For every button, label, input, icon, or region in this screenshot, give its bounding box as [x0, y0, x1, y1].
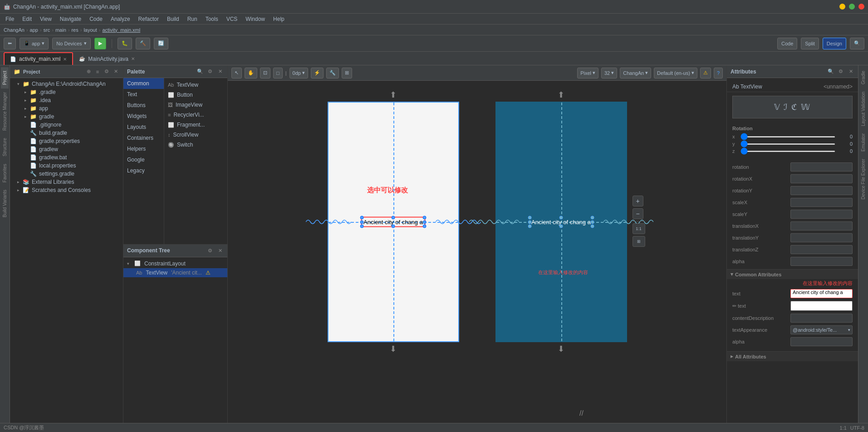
canvas-help-btn[interactable]: ?: [714, 68, 723, 79]
tree-item-gradle-props[interactable]: 📄 gradle.properties: [10, 137, 123, 145]
canvas-device-selector[interactable]: Pixel▾: [577, 68, 598, 79]
attr-value-scaleX[interactable]: [790, 198, 853, 207]
handle-br[interactable]: [423, 225, 427, 228]
palette-item-scrollview[interactable]: ↕ ScrollView: [164, 130, 227, 140]
breadcrumb-src[interactable]: src: [44, 27, 50, 33]
handle-bm[interactable]: [392, 225, 395, 228]
expand-icon[interactable]: ≡: [94, 68, 101, 75]
attr-value-rotationX[interactable]: [790, 174, 853, 183]
attr-search-icon[interactable]: 🔍: [827, 68, 834, 75]
vtab-structure[interactable]: Structure: [1, 134, 9, 160]
palette-cat-text[interactable]: Text: [123, 89, 164, 100]
palette-search-icon[interactable]: 🔍: [196, 68, 204, 75]
canvas-locale-selector[interactable]: Default (en-us)▾: [654, 68, 697, 79]
attr-value-alpha[interactable]: [790, 257, 853, 266]
view-mode-split[interactable]: Split: [801, 38, 819, 49]
vtab-emulator[interactable]: Emulator: [859, 130, 867, 155]
attr-value-translationZ[interactable]: [790, 245, 853, 254]
handle-tl[interactable]: [360, 216, 363, 220]
menu-edit[interactable]: Edit: [19, 15, 35, 23]
tab-close-java[interactable]: ✕: [131, 56, 135, 61]
palette-cat-legacy[interactable]: Legacy: [123, 165, 164, 176]
attr-value-content-desc[interactable]: [790, 314, 853, 323]
canvas-config-selector[interactable]: ChangAn▾: [620, 68, 651, 79]
toolbar-search[interactable]: 🔍: [850, 38, 864, 49]
menu-refactor[interactable]: Refactor: [135, 15, 162, 23]
maximize-button[interactable]: [849, 4, 855, 10]
tree-item-changan[interactable]: ▾ 📁 ChangAn E:\Android\ChangAn: [10, 80, 123, 88]
handle-tr-dark[interactable]: [591, 216, 594, 220]
menu-window[interactable]: Window: [242, 15, 269, 23]
vtab-project[interactable]: Project: [1, 67, 9, 88]
settings-icon[interactable]: ⚙: [103, 68, 110, 75]
handle-bl[interactable]: [360, 225, 363, 228]
canvas-select-tool[interactable]: ↖: [231, 68, 242, 79]
palette-cat-layouts[interactable]: Layouts: [123, 122, 164, 133]
palette-item-textview[interactable]: Ab TextView: [164, 80, 227, 90]
close-sidebar-icon[interactable]: ✕: [112, 68, 119, 75]
canvas-margin-btn[interactable]: 0dp ▾: [289, 68, 308, 79]
handle-mr[interactable]: [423, 220, 427, 224]
tree-item-idea[interactable]: ▸ 📁 .idea: [10, 96, 123, 104]
handle-br-dark[interactable]: [591, 225, 594, 228]
rotation-x-slider[interactable]: [740, 136, 835, 137]
attr-value-translationY[interactable]: [790, 233, 853, 242]
tree-item-settings-gradle[interactable]: 🔧 settings.gradle: [10, 170, 123, 178]
attr-value-text-highlighted[interactable]: Ancient city of chang a: [790, 289, 853, 298]
toolbar-nav-back[interactable]: ⬅: [4, 38, 16, 49]
palette-cat-buttons[interactable]: Buttons: [123, 100, 164, 111]
attr-close-icon[interactable]: ✕: [847, 68, 854, 75]
tree-item-build-gradle[interactable]: 🔧 build.gradle: [10, 129, 123, 137]
tree-item-gradle[interactable]: ▸ 📁 .gradle: [10, 88, 123, 96]
comp-item-textview[interactable]: Ab TextView 'Ancient cit... ⚠: [123, 268, 227, 277]
vtab-gradle[interactable]: Gradle: [859, 67, 867, 88]
attr-value-alpha-common[interactable]: [790, 337, 853, 346]
attr-value-scaleY[interactable]: [790, 210, 853, 219]
handle-mr-dark[interactable]: [591, 220, 594, 224]
palette-item-fragment[interactable]: ⬜ Fragment...: [164, 120, 227, 130]
device-selector[interactable]: No Devices ▾: [52, 38, 90, 49]
comp-tree-settings-icon[interactable]: ⚙: [206, 247, 214, 254]
toolbar-build[interactable]: 🔨: [136, 38, 150, 49]
tree-item-gradle-dir[interactable]: ▸ 📁 gradle: [10, 113, 123, 121]
menu-analyze[interactable]: Analyze: [107, 15, 134, 23]
menu-file[interactable]: File: [2, 15, 18, 23]
palette-item-button[interactable]: ⬜ Button: [164, 90, 227, 100]
attr-value-text-appearance[interactable]: @android:style/Te... ▾: [790, 325, 853, 334]
palette-cat-google[interactable]: Google: [123, 154, 164, 165]
run-button[interactable]: ▶: [94, 38, 106, 49]
attr-value-rotationY[interactable]: [790, 186, 853, 195]
menu-help[interactable]: Help: [270, 15, 288, 23]
canvas-blueprint-toggle[interactable]: □: [273, 68, 283, 79]
handle-bl-dark[interactable]: [528, 225, 531, 228]
common-attrs-header[interactable]: ▾ Common Attributes: [727, 269, 858, 279]
rotation-z-slider[interactable]: [740, 151, 835, 152]
canvas-pan-tool[interactable]: ✋: [245, 68, 257, 79]
canvas-warning-btn[interactable]: ⚠: [700, 68, 711, 79]
palette-close-icon[interactable]: ✕: [216, 68, 224, 75]
textview-selected-light[interactable]: Ancient city of chang a: [361, 217, 426, 227]
text-appearance-dropdown-icon[interactable]: ▾: [848, 328, 850, 332]
menu-build[interactable]: Build: [163, 15, 183, 23]
tab-mainactivity-java[interactable]: ☕ MainActivity.java ✕: [73, 52, 140, 65]
attr-value-rotation[interactable]: [790, 162, 853, 172]
breadcrumb-res[interactable]: res: [71, 27, 78, 33]
menu-run[interactable]: Run: [184, 15, 201, 23]
palette-cat-containers[interactable]: Containers: [123, 133, 164, 143]
palette-item-imageview[interactable]: 🖼 ImageView: [164, 100, 227, 110]
attr-value-translationX[interactable]: [790, 221, 853, 231]
menu-navigate[interactable]: Navigate: [56, 15, 85, 23]
tab-close-xml[interactable]: ✕: [63, 57, 67, 62]
rotation-y-slider[interactable]: [740, 143, 835, 145]
menu-view[interactable]: View: [36, 15, 55, 23]
toolbar-sync[interactable]: 🔄: [154, 38, 168, 49]
canvas-zoom-fit[interactable]: ⊡: [260, 68, 270, 79]
breadcrumb-app[interactable]: app: [30, 27, 38, 33]
handle-tr[interactable]: [423, 216, 427, 220]
zoom-ratio-btn[interactable]: 1:1: [633, 223, 645, 234]
handle-bm-dark[interactable]: [559, 225, 563, 228]
view-mode-design[interactable]: Design: [823, 38, 846, 49]
title-bar-buttons[interactable]: [839, 4, 864, 10]
tab-activity-main-xml[interactable]: 📄 activity_main.xml ✕: [4, 52, 73, 65]
vtab-favorites[interactable]: Favorites: [1, 160, 9, 186]
